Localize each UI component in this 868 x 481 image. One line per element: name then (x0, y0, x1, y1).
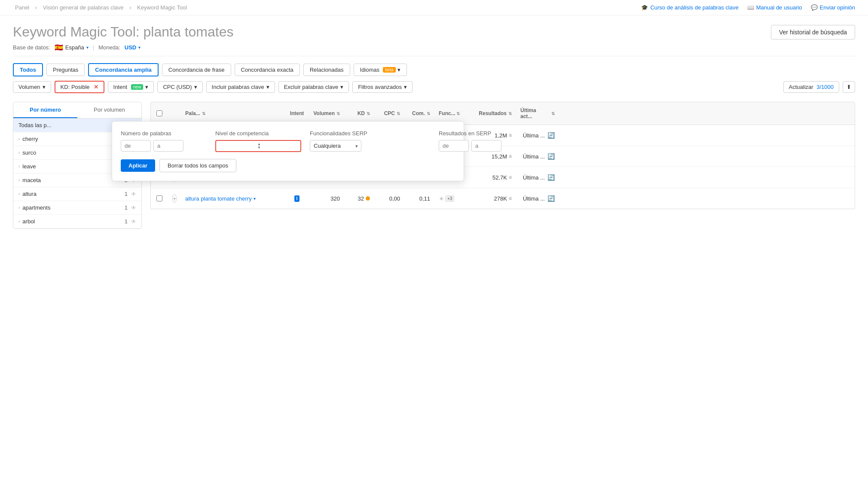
sort-icon-vol[interactable]: ⇅ (336, 111, 340, 116)
sidebar-item-apartments[interactable]: › apartments 1 👁 (13, 201, 141, 215)
chevron-down-avanzados: ▾ (404, 84, 407, 90)
sidebar-item-altura[interactable]: › altura 1 👁 (13, 187, 141, 201)
filter-row: Volumen ▾ KD: Posible ✕ Intent new ▾ CPC… (0, 81, 868, 97)
keyword-link-4[interactable]: altura planta tomate cherry ▾ (185, 195, 256, 202)
cpc-filter[interactable]: CPC (USD) ▾ (157, 81, 202, 93)
manual-link[interactable]: 📖 Manual de usuario (747, 4, 802, 11)
breadcrumb-overview[interactable]: Visión general de palabras clave (43, 4, 124, 11)
expand-icon-surco: › (18, 150, 20, 155)
incluir-filter[interactable]: Incluir palabras clave ▾ (206, 81, 275, 93)
export-button[interactable]: ⬆ (843, 81, 855, 93)
tab-concordancia-exacta[interactable]: Concordancia exacta (235, 64, 300, 76)
funcionalidades-section: Funcionalidades SERP Cualquiera (310, 130, 430, 152)
nivel-to-input[interactable]: 0,5 (238, 143, 256, 149)
add-keyword-btn-4[interactable]: + (172, 194, 177, 203)
history-button[interactable]: Ver historial de búsqueda (771, 25, 855, 40)
spinner[interactable]: ▲ ▼ (257, 143, 261, 149)
table-row: + altura planta tomate cherry ▾ I 320 32 (151, 188, 855, 209)
col-header-intent: Intent (290, 110, 304, 116)
features-badge-4[interactable]: +3 (445, 195, 454, 202)
refresh-icon-4[interactable]: 🔄 (547, 195, 555, 202)
col-header-last: Última act... (520, 107, 549, 119)
currency-selector[interactable]: USD ▾ (125, 44, 141, 51)
col-header-features: Func... (439, 110, 455, 116)
results-2: 15,2M (492, 153, 507, 160)
volumen-filter[interactable]: Volumen ▾ (13, 81, 51, 93)
kd-filter[interactable]: KD: Posible ✕ (55, 81, 104, 93)
update-button[interactable]: Actualizar 3/1000 (783, 81, 839, 93)
breadcrumb-tool[interactable]: Keyword Magic Tool (137, 4, 187, 11)
refresh-icon-2[interactable]: 🔄 (547, 153, 555, 160)
intent-filter[interactable]: Intent new ▾ (108, 81, 154, 93)
last-3: Última ... (523, 174, 545, 181)
kd-close-button[interactable]: ✕ (94, 84, 98, 90)
funcionalidades-label: Funcionalidades SERP (310, 130, 430, 137)
beta-badge: beta (383, 67, 395, 73)
tab-relacionadas[interactable]: Relacionadas (303, 64, 350, 76)
tab-preguntas[interactable]: Preguntas (46, 64, 85, 76)
resultados-from[interactable] (439, 140, 469, 152)
sort-icon-comp[interactable]: ⇅ (427, 111, 430, 116)
tab-concordancia-amplia[interactable]: Concordancia amplia (88, 63, 158, 76)
chevron-down-icon-currency: ▾ (138, 45, 141, 50)
comp-4: 0,11 (419, 195, 430, 202)
sidebar-tab-numero[interactable]: Por número (13, 102, 77, 118)
popup-clear-button[interactable]: Borrar todos los campos (159, 159, 236, 172)
book-icon: 📖 (747, 4, 754, 11)
chevron-down-incluir: ▾ (266, 84, 269, 90)
kd-4: 32 (358, 195, 364, 202)
refresh-icon-3[interactable]: 🔄 (547, 174, 555, 181)
sidebar-tabs: Por número Por volumen (13, 102, 141, 119)
star-feature-icon-4: ★ (439, 195, 444, 202)
top-links: 🎓 Curso de análisis de palabras clave 📖 … (641, 4, 855, 11)
opinion-link[interactable]: 💬 Enviar opinión (811, 4, 855, 11)
tab-todos[interactable]: Todos (13, 63, 43, 76)
sort-icon-results[interactable]: ⇅ (508, 111, 512, 116)
tab-idiomas[interactable]: Idiomas beta ▾ (354, 64, 407, 76)
breadcrumb-panel[interactable]: Panel (15, 4, 29, 11)
results-3: 52,7K (492, 174, 507, 181)
eye-icon-arbol[interactable]: 👁 (131, 219, 136, 225)
sort-icon-cpc[interactable]: ⇅ (397, 111, 400, 116)
num-palabras-to[interactable] (153, 140, 183, 152)
flag-icon: 🇪🇸 (55, 43, 63, 52)
sidebar-tab-volumen[interactable]: Por volumen (77, 102, 141, 118)
expand-icon-cherry: › (18, 137, 20, 141)
row-checkbox-4[interactable] (156, 195, 162, 201)
eye-icon-apartments[interactable]: 👁 (131, 205, 136, 211)
funcionalidades-select[interactable]: Cualquiera (310, 140, 361, 152)
expand-icon-leave: › (18, 164, 20, 169)
tab-concordancia-frase[interactable]: Concordancia de frase (162, 64, 231, 76)
chevron-down-vol: ▾ (43, 84, 46, 90)
nivel-from-input[interactable]: 0 (220, 143, 237, 149)
sort-icon-kd[interactable]: ⇅ (367, 111, 370, 116)
list-icon-4: ≡ (509, 195, 512, 201)
refresh-icon-1[interactable]: 🔄 (547, 132, 555, 139)
curso-link[interactable]: 🎓 Curso de análisis de palabras clave (641, 4, 738, 11)
sort-icon-last[interactable]: ⇅ (551, 111, 555, 116)
select-all-checkbox[interactable] (156, 110, 162, 116)
last-4: Última ... (523, 195, 545, 202)
graduation-icon: 🎓 (641, 4, 648, 11)
avanzados-filter[interactable]: Filtros avanzados ▾ (352, 81, 413, 93)
resultados-to[interactable] (471, 140, 501, 152)
database-selector[interactable]: 🇪🇸 España ▾ (55, 43, 89, 52)
nivel-competencia-section: Nivel de competencia 0 0,5 ▲ ▼ (215, 130, 301, 152)
subtitle: Base de datos: 🇪🇸 España ▾ | Moneda: USD… (13, 43, 855, 52)
col-header-vol: Volumen (313, 110, 335, 116)
popup-grid: Número de palabras Nivel de competencia … (121, 130, 455, 152)
excluir-filter[interactable]: Excluir palabras clave ▾ (278, 81, 349, 93)
col-header-kd: KD (358, 110, 365, 116)
sort-icon-features[interactable]: ⇅ (456, 111, 460, 116)
sort-icon-keyword[interactable]: ⇅ (202, 111, 205, 116)
intent-badge-4[interactable]: I (294, 195, 300, 202)
num-palabras-from[interactable] (121, 140, 151, 152)
last-2: Última ... (523, 153, 545, 160)
sidebar-item-arbol[interactable]: › arbol 1 👁 (13, 215, 141, 228)
keyword-dropdown-4[interactable]: ▾ (254, 196, 256, 201)
last-1: Última ... (523, 132, 545, 139)
eye-icon-altura[interactable]: 👁 (131, 191, 136, 197)
resultados-label: Resultados en SERP (439, 130, 525, 137)
export-icon: ⬆ (847, 84, 851, 90)
popup-apply-button[interactable]: Aplicar (121, 159, 155, 172)
